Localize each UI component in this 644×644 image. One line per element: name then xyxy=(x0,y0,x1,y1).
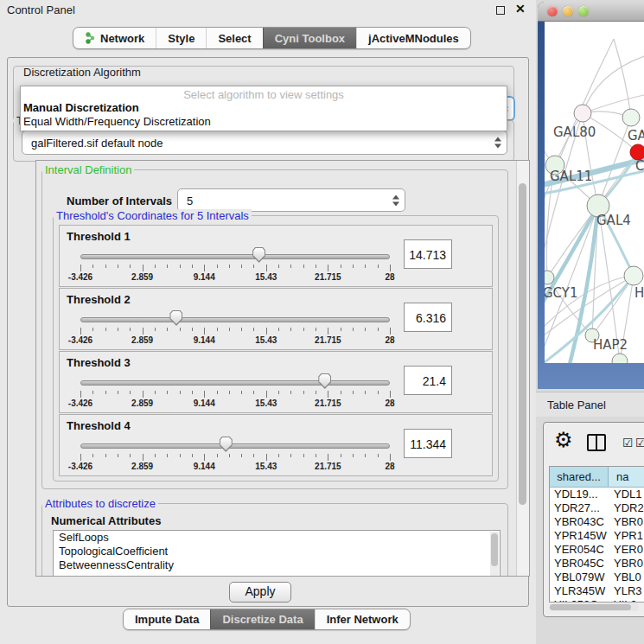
tick-mark xyxy=(241,265,242,268)
attribute-item-betweennesscentrality[interactable]: BetweennessCentrality xyxy=(54,558,500,572)
tick-mark xyxy=(290,391,291,394)
threshold-3-slider-thumb[interactable] xyxy=(318,373,331,389)
algorithm-popup-hint: Select algorithm to view settings xyxy=(21,88,507,101)
float-window-icon[interactable] xyxy=(496,6,505,15)
table-row[interactable]: YPR145WYPR1 xyxy=(550,529,644,543)
tick-mark xyxy=(266,454,267,461)
table-data-combobox[interactable]: galFiltered.sif default node xyxy=(22,131,507,155)
tick-label: 2.859 xyxy=(131,399,153,408)
columns-icon[interactable] xyxy=(587,434,606,451)
table-row[interactable]: YLR345WYLR3 xyxy=(550,584,644,598)
table-row[interactable]: YDL19...YDL1 xyxy=(550,488,644,501)
slider-track xyxy=(80,254,390,259)
tick-mark xyxy=(390,454,391,461)
threshold-2-slider[interactable] xyxy=(80,309,390,327)
table-cell-shared-name: YBL079W xyxy=(550,571,609,584)
tick-mark xyxy=(143,391,143,398)
table-cell-name: YBR0 xyxy=(609,515,644,529)
table-horizontal-scrollbar[interactable] xyxy=(549,603,639,611)
network-node-gal80[interactable] xyxy=(574,105,591,122)
number-of-intervals-combobox[interactable]: 5 xyxy=(177,188,405,212)
tick-label: 9.144 xyxy=(194,462,215,471)
threshold-1-slider[interactable] xyxy=(80,246,390,264)
table-row[interactable]: YDR27...YDR2 xyxy=(550,501,644,515)
tick-mark xyxy=(390,328,391,335)
panel-scrollbar[interactable] xyxy=(516,161,529,576)
tick-label: 9.144 xyxy=(194,272,215,282)
tab-infer-network[interactable]: Infer Network xyxy=(315,609,410,629)
network-node-bottom-node[interactable] xyxy=(612,354,628,363)
scrollbar-thumb[interactable] xyxy=(491,533,498,566)
tick-mark xyxy=(341,328,341,331)
mac-close-icon[interactable] xyxy=(547,6,558,16)
interval-definition-label: Interval Definition xyxy=(42,163,134,176)
threshold-3-value-field[interactable]: 21.4 xyxy=(404,366,452,395)
tab-select[interactable]: Select xyxy=(206,28,262,48)
tick-label: 15.43 xyxy=(255,399,277,408)
network-node-gcy1[interactable] xyxy=(545,271,554,284)
tab-discretize-data[interactable]: Discretize Data xyxy=(210,609,314,629)
threshold-4-slider-thumb[interactable] xyxy=(220,437,233,452)
tab-jactivemnodules[interactable]: jActiveMNodules xyxy=(356,28,470,48)
gear-icon[interactable]: ⚙ xyxy=(554,430,573,450)
table-row[interactable]: YBL079WYBL0 xyxy=(550,571,644,584)
tick-mark xyxy=(290,265,291,268)
network-view-window: GAL80GACGAL11GAL4GCY1HHAP2 xyxy=(538,2,644,389)
algorithm-option-manual-discretization[interactable]: Manual Discretization xyxy=(23,101,139,114)
tab-impute-data-label: Impute Data xyxy=(135,613,199,626)
interval-definition-group: Interval Definition Number of Intervals … xyxy=(41,169,508,489)
checkbox-icon[interactable]: ☑ xyxy=(635,436,644,450)
threshold-3-slider[interactable] xyxy=(80,373,390,390)
table-row[interactable]: YIL052CYIL0 xyxy=(550,598,644,603)
mac-minimize-icon[interactable] xyxy=(563,6,573,16)
tab-network[interactable]: Network xyxy=(73,28,156,48)
scrollbar-thumb[interactable] xyxy=(519,183,526,505)
table-row[interactable]: YER054CYER0 xyxy=(550,543,644,557)
close-icon[interactable]: ✕ xyxy=(515,2,526,16)
tick-mark xyxy=(204,454,205,461)
algorithm-option-equal-width-frequency-discretization[interactable]: Equal Width/Frequency Discretization xyxy=(23,115,211,128)
tick-mark xyxy=(204,391,205,398)
attributes-scrollbar[interactable] xyxy=(490,532,499,577)
node-label-h-node: H xyxy=(634,285,644,301)
apply-button[interactable]: Apply xyxy=(229,582,291,603)
tab-impute-data[interactable]: Impute Data xyxy=(124,609,210,629)
threshold-2-value-field[interactable]: 6.316 xyxy=(404,303,452,332)
tick-mark xyxy=(303,454,304,457)
tick-mark xyxy=(192,328,193,331)
bottom-tabbar: Impute DataDiscretize DataInfer Network xyxy=(123,609,411,630)
checkbox-icon[interactable]: ☑ xyxy=(622,436,634,450)
tick-mark xyxy=(130,454,131,457)
table-cell-shared-name: YPR145W xyxy=(550,529,609,543)
table-row[interactable]: YBR043CYBR0 xyxy=(550,515,644,529)
threshold-2-slider-thumb[interactable] xyxy=(169,310,182,326)
attribute-item-selfloops[interactable]: SelfLoops xyxy=(54,531,500,545)
threshold-1-value-field[interactable]: 14.713 xyxy=(404,239,452,269)
mac-zoom-icon[interactable] xyxy=(578,6,589,16)
slider-ticks xyxy=(80,328,390,335)
threshold-1-slider-thumb[interactable] xyxy=(252,247,265,263)
tick-label: 9.144 xyxy=(194,335,215,345)
tick-mark xyxy=(92,328,93,331)
column-header-name[interactable]: na xyxy=(609,467,644,487)
table-panel-titlebar: Table Panel xyxy=(536,392,644,417)
threshold-4-slider[interactable] xyxy=(80,436,390,453)
tick-mark xyxy=(390,265,391,271)
tick-mark xyxy=(353,328,354,331)
tab-style[interactable]: Style xyxy=(156,28,206,48)
column-header-shared-name[interactable]: shared... xyxy=(550,467,609,487)
network-node-upper-right[interactable] xyxy=(622,109,640,126)
table-cell-name: YLR3 xyxy=(609,584,644,598)
tick-mark xyxy=(341,265,341,268)
tick-mark xyxy=(303,391,304,394)
table-row[interactable]: YBR045CYBR0 xyxy=(550,557,644,571)
threshold-1-label: Threshold 1 xyxy=(67,230,131,243)
tick-mark xyxy=(241,391,242,394)
network-node-h-node[interactable] xyxy=(624,266,643,285)
tab-cyni-toolbox[interactable]: Cyni Toolbox xyxy=(263,28,356,48)
attributes-group: Attributes to discretize Numerical Attri… xyxy=(41,503,508,577)
threshold-4-value-field[interactable]: 11.344 xyxy=(404,429,452,458)
network-canvas[interactable]: GAL80GACGAL11GAL4GCY1HHAP2 xyxy=(545,22,644,363)
attribute-item-topologicalcoefficient[interactable]: TopologicalCoefficient xyxy=(54,545,500,558)
scrollbar-thumb[interactable] xyxy=(550,604,631,610)
